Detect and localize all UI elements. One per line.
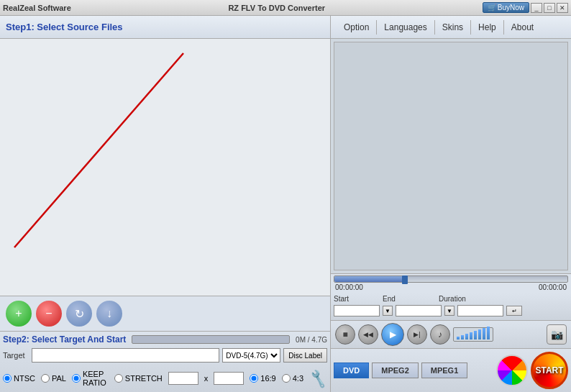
move-up-button[interactable]: ↻: [66, 301, 92, 327]
playback-row: ■ ◀◀ ▶ ▶| ♪ 📷: [331, 321, 571, 349]
ntsc-label: NTSC: [14, 374, 35, 383]
menu-skins[interactable]: Skins: [435, 20, 471, 35]
ratio-4-3-label: 4:3: [293, 374, 303, 383]
title-bar-right: 🛒 BuyNow _ □ ✕: [483, 2, 568, 13]
camera-icon: 📷: [551, 329, 563, 340]
time-left: 00:00:00: [335, 283, 363, 291]
width-input[interactable]: 720: [168, 372, 198, 385]
add-icon: +: [15, 307, 22, 320]
ntsc-radio[interactable]: [3, 374, 12, 383]
left-panel: Step1: Select Source Files + − ↻ ↓: [0, 16, 331, 392]
ratio-16-9-item[interactable]: 16:9: [250, 374, 275, 383]
svg-line-0: [14, 53, 183, 247]
time-controls-row: Start End Duration: [334, 295, 568, 303]
start-label: START: [535, 366, 563, 375]
red-diagonal-line: [0, 39, 330, 296]
minimize-button[interactable]: _: [531, 3, 542, 13]
pal-label: PAL: [52, 374, 66, 383]
audio-icon: ♪: [438, 329, 442, 339]
target-label: Target: [3, 351, 29, 360]
menu-bar: Option Languages Skins Help About: [331, 16, 571, 39]
play-icon: ▶: [390, 329, 396, 339]
pal-radio-item[interactable]: PAL: [41, 374, 66, 383]
title-bar-left: RealZeal Software: [3, 4, 71, 12]
time-values-row: 00:00:00 ▼ 00:00:00 ▼ 00:00:00 ↵: [334, 305, 568, 316]
color-wheel: [496, 355, 528, 386]
start-time-input[interactable]: 00:00:00: [334, 305, 380, 316]
preview-inner: [334, 42, 568, 270]
prev-button[interactable]: ◀◀: [358, 324, 378, 345]
ratio-4-3-item[interactable]: 4:3: [282, 374, 303, 383]
disc-label-button[interactable]: Disc Label: [283, 348, 327, 363]
keep-ratio-radio[interactable]: [72, 374, 81, 383]
dvd-tab[interactable]: DVD: [334, 363, 369, 378]
settings-tool-icon[interactable]: 🔧: [306, 365, 329, 391]
add-file-button[interactable]: +: [6, 301, 32, 327]
screenshot-button[interactable]: 📷: [547, 324, 567, 345]
maximize-button[interactable]: □: [544, 3, 555, 13]
seek-bar-area: 00:00:00 00:00:00: [331, 274, 571, 293]
ntsc-radio-item[interactable]: NTSC: [3, 374, 35, 383]
stretch-radio-item[interactable]: STRETCH: [114, 374, 163, 383]
step2-label: Step2: Select Target And Start: [3, 334, 126, 345]
preview-area: [331, 39, 571, 274]
volume-control[interactable]: [453, 327, 493, 342]
stretch-label: STRETCH: [125, 374, 163, 383]
set-mark-btn[interactable]: ↵: [506, 306, 522, 316]
pal-radio[interactable]: [41, 374, 50, 383]
app-company: RealZeal Software: [3, 4, 71, 12]
keep-ratio-radio-item[interactable]: KEEP RATIO: [72, 370, 109, 387]
action-buttons-row: + − ↻ ↓: [0, 296, 330, 331]
progress-bar-container: [132, 335, 290, 344]
ratio-16-9-label: 16:9: [260, 374, 275, 383]
prev-icon: ◀◀: [363, 331, 373, 338]
next-button[interactable]: ▶|: [407, 324, 427, 345]
stop-icon: ■: [342, 329, 347, 339]
app-title: RZ FLV To DVD Converter: [71, 4, 483, 12]
duration-input[interactable]: 00:00:00: [457, 305, 503, 316]
remove-file-button[interactable]: −: [36, 301, 62, 327]
menu-option[interactable]: Option: [337, 20, 377, 35]
end-time-input[interactable]: 00:00:00: [396, 305, 442, 316]
seek-bar-fill: [334, 276, 404, 282]
audio-button[interactable]: ♪: [430, 324, 450, 345]
ratio-4-3-radio[interactable]: [282, 374, 291, 383]
stop-button[interactable]: ■: [335, 324, 355, 345]
source-file-area[interactable]: [0, 39, 330, 296]
right-panel: Option Languages Skins Help About 00:00:…: [331, 16, 571, 392]
ratio-16-9-radio[interactable]: [250, 374, 258, 383]
start-button[interactable]: START: [531, 352, 568, 389]
keep-ratio-label: KEEP RATIO: [83, 370, 109, 387]
move-down-button[interactable]: ↓: [96, 301, 122, 327]
buynow-button[interactable]: 🛒 BuyNow: [483, 2, 529, 13]
step1-label: Step1: Select Source Files: [6, 22, 123, 32]
buynow-label: BuyNow: [498, 4, 524, 12]
seek-bar-handle[interactable]: [402, 275, 408, 284]
close-button[interactable]: ✕: [557, 3, 568, 13]
down-icon: ↓: [106, 307, 112, 320]
seek-bar-track[interactable]: [334, 275, 568, 283]
mpeg1-tab[interactable]: MPEG1: [421, 363, 468, 378]
disc-label-text: Disc Label: [288, 352, 322, 360]
dvd-size-select[interactable]: DVD-5(4.7G): [222, 348, 280, 363]
mpeg2-tab[interactable]: MPEG2: [372, 363, 419, 378]
menu-help[interactable]: Help: [471, 20, 504, 35]
stretch-radio[interactable]: [114, 374, 123, 383]
remove-icon: −: [45, 307, 52, 320]
step2-header: Step2: Select Target And Start 0M / 4.7G: [0, 332, 330, 346]
time-row: 00:00:00 00:00:00: [334, 283, 568, 292]
start-time-down-btn[interactable]: ▼: [383, 306, 393, 316]
target-path-input[interactable]: [32, 348, 219, 363]
title-bar: RealZeal Software RZ FLV To DVD Converte…: [0, 0, 571, 16]
menu-about[interactable]: About: [504, 20, 541, 35]
play-button[interactable]: ▶: [381, 323, 404, 346]
height-input[interactable]: 480: [214, 372, 244, 385]
up-icon: ↻: [75, 307, 84, 321]
end-time-down-btn[interactable]: ▼: [444, 306, 454, 316]
cart-icon: 🛒: [488, 4, 496, 12]
menu-languages[interactable]: Languages: [377, 20, 434, 35]
start-time-label: Start: [334, 295, 355, 303]
time-right: 00:00:00: [539, 283, 567, 291]
step1-header: Step1: Select Source Files: [0, 16, 330, 39]
target-row: Target DVD-5(4.7G) Disc Label: [0, 346, 330, 365]
